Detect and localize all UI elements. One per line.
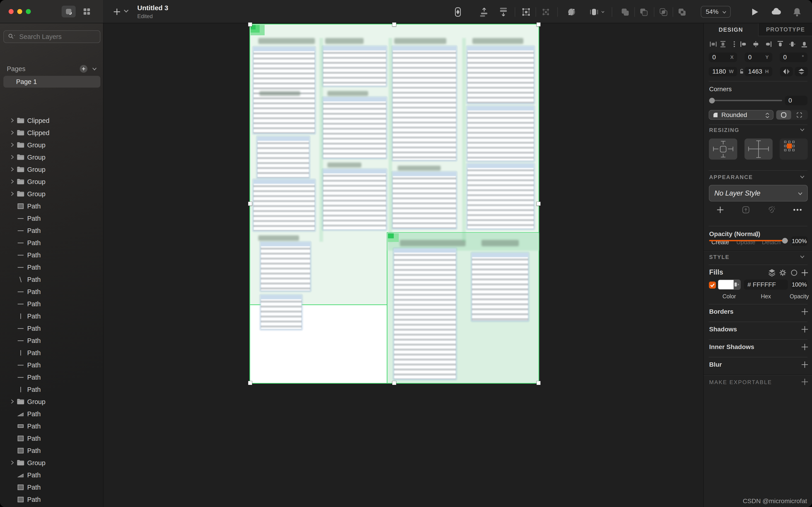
layer-row-path-32[interactable]: Path bbox=[0, 506, 104, 507]
distribute-up-tool-icon[interactable] bbox=[478, 6, 490, 18]
layer-row-path-18[interactable]: Path bbox=[0, 335, 104, 347]
align-top-icon[interactable] bbox=[776, 40, 785, 49]
zoom-window-button[interactable] bbox=[26, 9, 31, 14]
layer-row-path-11[interactable]: Path bbox=[0, 249, 104, 261]
expand-chevron-icon[interactable] bbox=[9, 142, 15, 148]
expand-chevron-icon[interactable] bbox=[9, 154, 15, 160]
tab-prototype[interactable]: PROTOTYPE bbox=[758, 23, 812, 36]
add-shadow-icon[interactable] bbox=[801, 325, 809, 333]
layer-row-group-2[interactable]: Group bbox=[0, 139, 104, 151]
pin-to-edge-tile[interactable] bbox=[709, 138, 737, 160]
layer-style-dropdown[interactable]: No Layer Style bbox=[709, 185, 808, 202]
layer-row-path-7[interactable]: Path bbox=[0, 200, 104, 212]
corner-style-smooth-option[interactable] bbox=[791, 110, 807, 119]
layer-row-path-12[interactable]: Path bbox=[0, 261, 104, 273]
fill-opacity-field[interactable]: 100% bbox=[791, 280, 808, 290]
minimize-window-button[interactable] bbox=[17, 9, 22, 14]
artboard[interactable] bbox=[250, 24, 539, 383]
expand-chevron-icon[interactable] bbox=[9, 399, 15, 405]
layer-row-path-24[interactable]: Path bbox=[0, 408, 104, 420]
align-bottom-icon[interactable] bbox=[800, 40, 809, 49]
x-position-field[interactable]: 0 X bbox=[709, 53, 737, 62]
insert-shape-tool-icon[interactable] bbox=[452, 6, 464, 18]
pages-collapse-chevron[interactable] bbox=[92, 67, 97, 71]
nodes-tool-icon[interactable] bbox=[540, 6, 552, 18]
notifications-bell-button[interactable] bbox=[791, 6, 803, 18]
gear-icon[interactable] bbox=[778, 268, 788, 277]
frame-tool-icon[interactable] bbox=[520, 6, 532, 18]
add-fill-icon[interactable] bbox=[801, 269, 809, 277]
distribute-horizontally-icon[interactable] bbox=[709, 40, 718, 49]
bool-difference-tool-icon[interactable] bbox=[676, 6, 688, 18]
bool-subtract-tool-icon[interactable] bbox=[638, 6, 650, 18]
flip-vertical-button[interactable] bbox=[795, 67, 808, 76]
add-inner-shadow-icon[interactable] bbox=[801, 343, 809, 351]
layer-row-path-19[interactable]: Path bbox=[0, 347, 104, 359]
height-field[interactable]: 1463 H bbox=[745, 67, 772, 76]
selection-handle[interactable] bbox=[537, 22, 541, 26]
layer-row-path-30[interactable]: Path bbox=[0, 481, 104, 494]
layer-row-path-16[interactable]: Path bbox=[0, 310, 104, 322]
scale-tool-chevron-icon[interactable] bbox=[600, 10, 605, 14]
layer-row-clipped-1[interactable]: Clipped bbox=[0, 127, 104, 139]
layer-row-clipped-0[interactable]: Clipped bbox=[0, 115, 104, 127]
distribute-vertically-icon[interactable] bbox=[718, 40, 727, 49]
more-styles-icon[interactable] bbox=[793, 208, 803, 212]
cloud-share-button[interactable] bbox=[770, 6, 782, 18]
resizing-collapse-chevron[interactable] bbox=[799, 127, 806, 132]
add-border-icon[interactable] bbox=[801, 307, 809, 316]
rotation-field[interactable]: 0 ° bbox=[779, 53, 807, 62]
align-right-icon[interactable] bbox=[764, 40, 773, 49]
bool-union-tool-icon[interactable] bbox=[619, 6, 631, 18]
scale-tool-icon[interactable] bbox=[588, 6, 600, 18]
layer-row-path-27[interactable]: Path bbox=[0, 445, 104, 457]
make-exportable-add-icon[interactable] bbox=[801, 378, 809, 386]
expand-chevron-icon[interactable] bbox=[9, 130, 15, 136]
layer-row-path-26[interactable]: Path bbox=[0, 432, 104, 445]
tab-design[interactable]: DESIGN bbox=[704, 23, 758, 36]
style-collapse-chevron[interactable] bbox=[799, 255, 806, 260]
expand-chevron-icon[interactable] bbox=[9, 118, 15, 124]
corner-type-dropdown[interactable]: Rounded bbox=[709, 110, 773, 120]
expand-chevron-icon[interactable] bbox=[9, 167, 15, 172]
fill-hex-field[interactable]: # FFFFFF bbox=[744, 280, 788, 290]
layer-row-group-6[interactable]: Group bbox=[0, 188, 104, 200]
selection-handle[interactable] bbox=[248, 202, 252, 206]
fill-enabled-checkbox[interactable] bbox=[709, 282, 716, 289]
expand-chevron-icon[interactable] bbox=[9, 179, 15, 185]
y-position-field[interactable]: 0 Y bbox=[745, 53, 772, 62]
layer-row-group-3[interactable]: Group bbox=[0, 151, 104, 163]
corners-slider-knob[interactable] bbox=[709, 98, 715, 103]
page-list-item[interactable]: Page 1 bbox=[3, 76, 100, 88]
layer-row-path-25[interactable]: Path bbox=[0, 420, 104, 432]
canvas[interactable] bbox=[104, 23, 703, 507]
expand-chevron-icon[interactable] bbox=[9, 191, 15, 197]
layer-row-group-5[interactable]: Group bbox=[0, 176, 104, 188]
selection-handle[interactable] bbox=[392, 22, 396, 26]
layer-row-path-22[interactable]: Path bbox=[0, 383, 104, 396]
layer-row-path-29[interactable]: Path bbox=[0, 469, 104, 481]
layer-row-path-31[interactable]: Path bbox=[0, 494, 104, 506]
layer-row-path-17[interactable]: Path bbox=[0, 322, 104, 335]
selection-handle[interactable] bbox=[537, 202, 541, 206]
corners-value-field[interactable]: 0 bbox=[785, 96, 807, 105]
layer-row-path-8[interactable]: Path bbox=[0, 212, 104, 225]
more-alignment-icon[interactable] bbox=[730, 40, 739, 49]
grid-view-toggle[interactable] bbox=[80, 6, 94, 17]
mask-tool-icon[interactable] bbox=[566, 6, 577, 18]
search-layers-input[interactable]: Search Layers bbox=[3, 30, 100, 43]
layer-row-path-21[interactable]: Path bbox=[0, 371, 104, 383]
selection-handle[interactable] bbox=[248, 381, 252, 385]
flip-horizontal-button[interactable] bbox=[780, 67, 793, 76]
insert-button[interactable] bbox=[112, 5, 132, 19]
selection-handle[interactable] bbox=[537, 381, 541, 385]
add-blur-icon[interactable] bbox=[801, 360, 809, 369]
expand-chevron-icon[interactable] bbox=[9, 460, 15, 466]
opacity-slider-knob[interactable] bbox=[782, 238, 788, 243]
align-left-icon[interactable] bbox=[739, 40, 748, 49]
layer-row-path-15[interactable]: Path bbox=[0, 298, 104, 310]
fill-layers-icon[interactable] bbox=[767, 268, 777, 277]
layer-row-path-9[interactable]: Path bbox=[0, 225, 104, 237]
corners-slider[interactable] bbox=[709, 100, 782, 101]
selection-handle[interactable] bbox=[392, 381, 396, 385]
